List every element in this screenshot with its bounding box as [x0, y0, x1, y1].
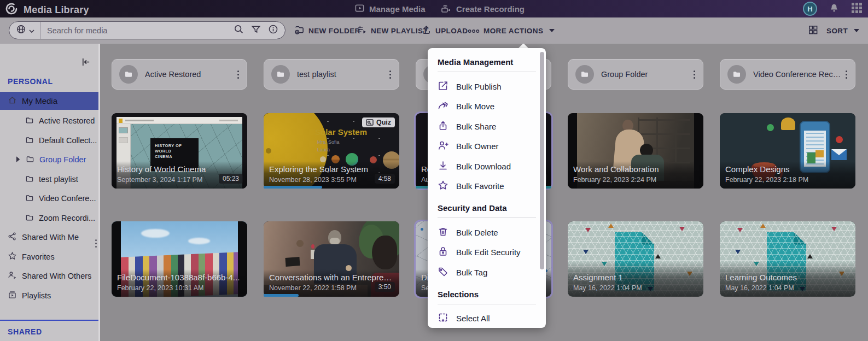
app-logo-icon [4, 2, 19, 18]
menu-item-label: Bulk Publish [456, 82, 502, 91]
new-folder-icon [294, 25, 305, 37]
kebab-menu-icon[interactable] [690, 67, 703, 82]
search-field-icons [234, 24, 285, 37]
topbar: Media Library Manage Media Create Record… [0, 0, 868, 17]
folder-card-group-folder[interactable]: Group Folder [568, 59, 703, 90]
folder-icon [25, 136, 34, 146]
media-card-filedocument[interactable]: FileDocument-10388a8f-b66b-4... February… [112, 221, 247, 297]
media-card-conversations-entrepreneur[interactable]: Conversations with an Entrepren... Novem… [264, 221, 399, 297]
avatar[interactable]: H [803, 2, 817, 16]
media-card-caption: Complex Designs February 22, 2023 2:18 P… [720, 161, 855, 189]
sidebar-item-shared-with-others[interactable]: Shared With Others [0, 269, 98, 283]
nav-create-recording[interactable]: Create Recording [441, 0, 525, 17]
sidebar-item-shared-with-me[interactable]: Shared With Me [0, 230, 98, 244]
globe-icon [16, 24, 26, 37]
media-card-exploring-the-solar-system[interactable]: Solar System Mrs. Sofia Laura Quiz Explo… [264, 113, 399, 189]
menu-item-select-all[interactable]: Select All [438, 309, 536, 328]
notifications-bell-icon[interactable] [829, 3, 839, 15]
folder-card-video-conference[interactable]: Video Conference Record... [720, 59, 855, 90]
dropdown-scrollbar[interactable] [540, 50, 544, 326]
sidebar-item-active-restored[interactable]: Active Restored [0, 114, 98, 128]
bulk-publish-icon [438, 80, 448, 93]
upload-button[interactable]: UPLOAD [421, 17, 468, 44]
menu-item-bulk-delete[interactable]: Bulk Delete [438, 222, 536, 243]
sidebar-item-favorites[interactable]: Favorites [0, 250, 98, 264]
sidebar-item-test-playlist[interactable]: test playlist [0, 172, 98, 186]
folder-icon [271, 65, 290, 84]
info-icon[interactable] [268, 24, 278, 37]
bulk-owner-icon [438, 140, 448, 152]
menu-divider [438, 304, 536, 304]
quiz-badge: Quiz [362, 117, 395, 127]
menu-item-label: Bulk Owner [456, 142, 499, 151]
chevron-right-icon [15, 155, 21, 164]
sidebar-item-group-folder[interactable]: Group Folder [0, 152, 98, 167]
sort-button[interactable]: SORT [826, 17, 859, 44]
quiz-icon [366, 119, 374, 126]
folder-card-test-playlist[interactable]: test playlist [264, 59, 399, 90]
watch-progress-bar [264, 294, 299, 297]
grid-view-button[interactable] [808, 17, 818, 44]
media-card-history-of-world-cinema[interactable]: HISTORY OF WORLD CINEMA History of World… [112, 113, 247, 189]
more-actions-icon [468, 27, 480, 35]
sidebar-divider [0, 320, 98, 321]
folder-card-name: Video Conference Record... [753, 70, 842, 79]
bulk-favorite-icon [438, 180, 448, 192]
menu-item-bulk-move[interactable]: Bulk Move [438, 97, 536, 117]
media-card-learning-outcomes[interactable]: Learning Outcomes May 16, 2022 1:04 PM [720, 221, 855, 297]
menu-item-bulk-tag[interactable]: Bulk Tag [438, 262, 536, 283]
media-date: February 22, 2023 10:31 AM [117, 284, 242, 292]
brand[interactable]: Media Library [4, 2, 89, 18]
thumb-title: Solar System [315, 127, 367, 137]
sidebar-item-my-media[interactable]: My Media [0, 92, 98, 110]
folder-icon [26, 155, 34, 165]
search-scope-dropdown[interactable] [9, 22, 40, 39]
media-title: History of World Cinema [117, 164, 242, 174]
media-card-complex-designs[interactable]: Complex Designs February 22, 2023 2:18 P… [720, 113, 855, 189]
search-input[interactable] [40, 22, 234, 39]
folder-icon [119, 65, 138, 84]
filter-icon[interactable] [251, 25, 261, 37]
nav-manage-media[interactable]: Manage Media [354, 0, 426, 17]
folder-card-active-restored[interactable]: Active Restored [112, 59, 247, 90]
new-folder-button[interactable]: NEW FOLDER [294, 17, 360, 44]
media-date: February 22, 2023 2:18 PM [725, 176, 850, 184]
media-card-caption: FileDocument-10388a8f-b66b-4... February… [112, 269, 247, 297]
menu-item-bulk-download[interactable]: Bulk Download [438, 156, 536, 177]
menu-item-bulk-owner[interactable]: Bulk Owner [438, 137, 536, 157]
menu-item-bulk-publish[interactable]: Bulk Publish [438, 77, 536, 97]
apps-grid-icon[interactable] [851, 2, 863, 16]
media-card-assignment-1[interactable]: Assignment 1 May 16, 2022 1:04 PM [568, 221, 703, 297]
kebab-menu-icon[interactable] [386, 67, 399, 82]
media-card-work-and-collaboration[interactable]: Work and Collaboration February 22, 2023… [568, 113, 703, 189]
grid-view-icon [808, 25, 818, 37]
search-icon[interactable] [234, 24, 244, 37]
media-title: FileDocument-10388a8f-b66b-4... [117, 273, 242, 282]
sidebar-resize-handle[interactable] [95, 239, 97, 248]
menu-item-bulk-share[interactable]: Bulk Share [438, 116, 536, 137]
folder-card-name: Active Restored [145, 70, 234, 79]
new-playlist-button[interactable]: NEW PLAYLIST [357, 17, 428, 44]
sidebar-item-default-collection[interactable]: Default Collect... [0, 133, 98, 148]
sidebar-item-label: Playlists [22, 291, 51, 300]
home-icon [8, 96, 17, 107]
toolbar: NEW FOLDER NEW PLAYLIST UPLOAD [0, 17, 868, 44]
sidebar-item-zoom-recordings[interactable]: Zoom Recordi... [0, 211, 98, 225]
media-library-page: Media Library Manage Media Create Record… [0, 0, 868, 341]
sidebar-collapse-icon[interactable] [80, 57, 91, 69]
sidebar-item-label: Favorites [22, 252, 55, 261]
kebab-menu-icon[interactable] [842, 67, 855, 82]
menu-section-security-and-data: Security and Data [438, 203, 536, 213]
topbar-right: H [803, 0, 863, 17]
sidebar-item-video-conference[interactable]: Video Confere... [0, 191, 98, 205]
share-nodes-icon [8, 232, 17, 243]
kebab-menu-icon[interactable] [234, 67, 247, 82]
menu-divider [438, 217, 536, 218]
menu-item-label: Select All [456, 314, 490, 323]
menu-item-bulk-edit-security[interactable]: Bulk Edit Security [438, 243, 536, 263]
more-actions-button[interactable]: MORE ACTIONS [468, 17, 555, 44]
sidebar-item-label: test playlist [39, 175, 78, 184]
more-actions-dropdown: Media Management Bulk Publish Bulk Move [428, 48, 546, 328]
sidebar-item-playlists[interactable]: Playlists [0, 289, 98, 303]
menu-item-bulk-favorite[interactable]: Bulk Favorite [438, 177, 536, 197]
